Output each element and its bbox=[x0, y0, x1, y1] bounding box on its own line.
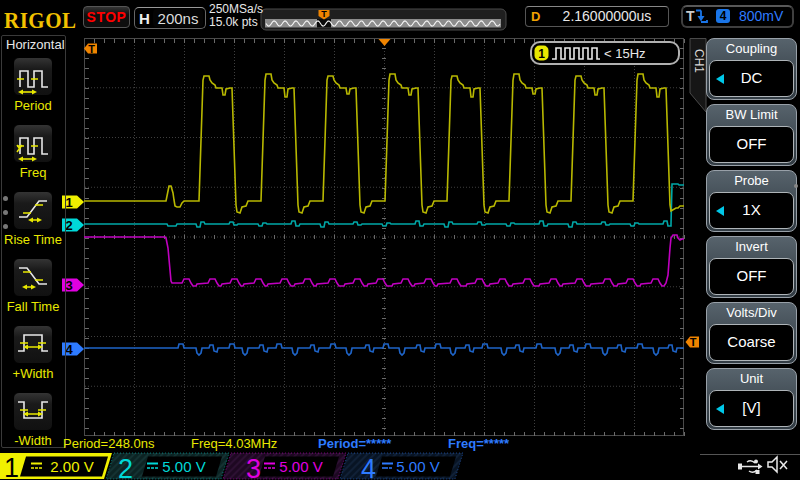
svg-text:< 15Hz: < 15Hz bbox=[604, 46, 646, 61]
svg-text:2.00 V: 2.00 V bbox=[50, 458, 93, 475]
svg-text:4: 4 bbox=[65, 342, 73, 357]
svg-text:5.00 V: 5.00 V bbox=[162, 458, 205, 475]
svg-text:3: 3 bbox=[65, 278, 72, 293]
svg-text:1: 1 bbox=[65, 195, 72, 210]
svg-text:2: 2 bbox=[65, 218, 72, 233]
svg-text:CH1: CH1 bbox=[692, 49, 706, 73]
svg-text:1: 1 bbox=[538, 47, 545, 61]
svg-text:T: T bbox=[88, 43, 95, 55]
svg-text:2: 2 bbox=[118, 454, 133, 480]
svg-text:4: 4 bbox=[361, 454, 376, 480]
svg-text:5.00 V: 5.00 V bbox=[279, 458, 322, 475]
svg-text:1: 1 bbox=[4, 453, 19, 480]
svg-text:5.00 V: 5.00 V bbox=[396, 458, 439, 475]
svg-text:T: T bbox=[321, 9, 327, 19]
svg-text:T: T bbox=[690, 336, 697, 348]
svg-text:3: 3 bbox=[246, 454, 261, 480]
